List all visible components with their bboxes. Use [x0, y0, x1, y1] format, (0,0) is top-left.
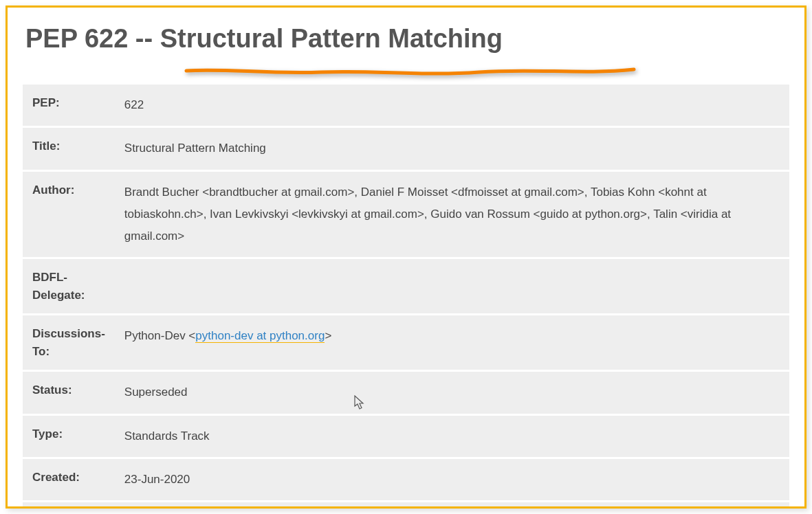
field-label-author: Author:	[23, 172, 115, 258]
field-label-status: Status:	[23, 372, 115, 413]
table-row: Created: 23-Jun-2020	[23, 459, 789, 500]
discussions-link[interactable]: python-dev at python.org	[195, 329, 325, 343]
table-row: Python- 3.10	[23, 502, 789, 509]
field-label-type: Type:	[23, 416, 115, 457]
table-row: Title: Structural Pattern Matching	[23, 128, 789, 169]
field-label-bdfl: BDFL-Delegate:	[23, 259, 115, 313]
discussions-prefix: Python-Dev <	[124, 329, 195, 342]
field-label-pep: PEP:	[23, 85, 115, 126]
field-value-title: Structural Pattern Matching	[115, 128, 789, 169]
table-row: Author: Brandt Bucher <brandtbucher at g…	[23, 172, 789, 258]
field-label-pyversion: Python-	[23, 502, 115, 509]
field-value-author: Brandt Bucher <brandtbucher at gmail.com…	[115, 172, 789, 258]
document-frame: PEP 622 -- Structural Pattern Matching P…	[6, 5, 806, 509]
table-row: Status: Superseded	[23, 372, 789, 413]
field-value-created: 23-Jun-2020	[115, 459, 789, 500]
table-row: BDFL-Delegate:	[23, 259, 789, 313]
field-value-pyversion: 3.10	[115, 502, 789, 509]
field-label-discussions: Discussions-To:	[23, 315, 115, 370]
pep-metadata-table: PEP: 622 Title: Structural Pattern Match…	[23, 82, 789, 509]
discussions-suffix: >	[325, 329, 331, 342]
field-value-pep: 622	[115, 85, 789, 126]
page-title-text: PEP 622 -- Structural Pattern Matching	[25, 24, 503, 53]
field-label-title: Title:	[23, 128, 115, 169]
page-title: PEP 622 -- Structural Pattern Matching	[8, 8, 804, 65]
field-value-type: Standards Track	[115, 416, 789, 457]
table-row: Type: Standards Track	[23, 416, 789, 457]
table-row: Discussions-To: Python-Dev <python-dev a…	[23, 315, 789, 370]
field-label-created: Created:	[23, 459, 115, 500]
field-value-status: Superseded	[115, 372, 789, 413]
field-value-discussions: Python-Dev <python-dev at python.org>	[115, 315, 789, 370]
table-row: PEP: 622	[23, 85, 789, 126]
title-underline-annotation	[184, 64, 637, 80]
field-value-bdfl	[115, 259, 789, 313]
